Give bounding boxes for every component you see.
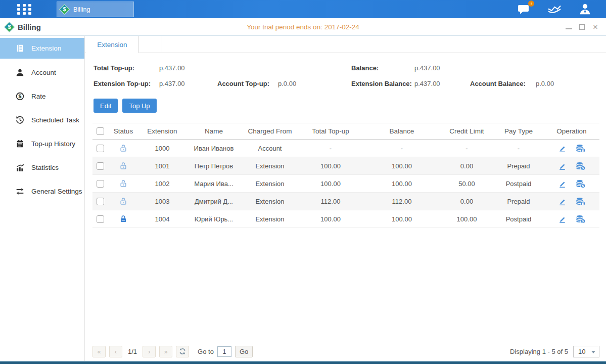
topup-extension-icon[interactable]: $ [575,179,586,189]
credit-limit-cell: 50.00 [440,180,493,188]
pay-type-cell: Prepaid [493,198,544,205]
header-credit-limit: Credit Limit [440,127,493,135]
minimize-button[interactable] [566,25,572,29]
balance-summary: Total Top-up: p.437.00 Balance: p.437.00… [85,53,606,104]
sidebar-item-account[interactable]: Account [0,61,84,84]
prev-page-button[interactable]: ‹ [109,346,122,357]
header-charged-from: Charged From [242,127,298,135]
sidebar-item-label: General Settings [31,188,82,195]
edit-extension-icon[interactable] [557,197,567,206]
balance-label: Balance: [351,64,379,72]
topup-extension-icon[interactable]: $ [575,197,586,206]
topup-extension-icon[interactable]: $ [575,214,586,224]
pay-type-cell: Postpaid [493,180,544,188]
taskbar: $ Billing ! [0,0,606,18]
pay-type-cell: - [493,145,544,152]
row-checkbox[interactable] [97,215,104,223]
account-balance-value: p.0.00 [536,80,554,87]
sidebar-item-scheduled-task[interactable]: Scheduled Task [0,108,84,132]
taskbar-tab-billing[interactable]: $ Billing [57,2,134,17]
billing-app-icon: $ [60,5,69,14]
edit-extension-icon[interactable] [557,144,567,153]
maximize-button[interactable] [579,24,585,30]
account-topup-value: p.0.00 [278,80,296,87]
refresh-button[interactable] [176,346,189,357]
window-title: Billing [18,23,41,31]
total-topup-cell: 100.00 [298,162,363,170]
extension-cell: 1003 [139,198,185,205]
sidebar-item-general-settings[interactable]: General Settings [0,179,84,203]
name-cell: Иван Иванов [185,145,242,152]
sidebar: Extension Account $ Rate Scheduled Task … [0,36,85,361]
sidebar-item-extension[interactable]: Extension [0,38,84,59]
tab-divider [162,36,162,53]
svg-text:$: $ [582,184,584,188]
page-size-select[interactable]: 10 [573,346,599,357]
statistics-icon [15,163,25,172]
first-page-button[interactable]: « [92,346,106,357]
sidebar-item-rate[interactable]: $ Rate [0,84,84,108]
balance-cell: 100.00 [363,215,440,223]
next-page-button[interactable]: › [143,346,156,357]
sidebar-item-label: Statistics [31,164,59,171]
name-cell: Дмитрий Д... [185,198,242,205]
extension-cell: 1004 [139,215,185,223]
header-name: Name [185,127,242,135]
balance-cell: 100.00 [363,162,440,170]
top-up-button[interactable]: Top Up [122,99,156,113]
topup-extension-icon[interactable]: $ [575,161,586,171]
tab-strip: Extension [85,36,606,53]
table-row[interactable]: 1003 Дмитрий Д... Extension 112.00 112.0… [92,193,599,210]
select-all-checkbox[interactable] [97,127,104,135]
sidebar-item-statistics[interactable]: Statistics [0,156,84,179]
row-checkbox[interactable] [97,198,104,205]
svg-text:$: $ [582,166,584,170]
messages-icon[interactable]: ! [517,3,531,15]
sidebar-item-label: Scheduled Task [31,116,79,124]
table-row[interactable]: 1004 Юрий Юрь... Extension 100.00 100.00… [92,210,599,228]
statistics-chart-icon[interactable] [547,3,562,15]
sidebar-item-topup-history[interactable]: Top-up History [0,132,84,156]
last-page-button[interactable]: » [159,346,172,357]
go-button[interactable]: Go [235,346,253,357]
tab-extension[interactable]: Extension [86,36,139,53]
edit-button[interactable]: Edit [94,99,118,113]
page-indicator: 1/1 [128,348,137,355]
sidebar-item-label: Top-up History [31,140,75,148]
extension-cell: 1002 [139,180,185,188]
edit-extension-icon[interactable] [557,179,567,189]
close-button[interactable]: × [592,23,599,30]
pay-type-cell: Prepaid [493,162,544,170]
topup-history-icon [15,139,25,149]
goto-page-input[interactable] [217,346,231,357]
svg-text:$: $ [582,148,584,153]
name-cell: Петр Петров [185,162,242,170]
taskbar-tab-label: Billing [73,6,90,13]
table-row[interactable]: 1000 Иван Иванов Account - - - - $ [92,140,599,157]
name-cell: Юрий Юрь... [185,215,242,223]
row-checkbox[interactable] [97,162,104,170]
table-body: 1000 Иван Иванов Account - - - - $ 1001 … [92,140,599,228]
total-topup-cell: 112.00 [298,198,363,205]
extension-topup-label: Extension Top-up: [94,80,151,87]
status-unlocked-icon [119,197,128,206]
row-checkbox[interactable] [97,180,104,188]
row-checkbox[interactable] [97,145,104,152]
billing-window-icon: $ [5,23,14,31]
header-extension: Extension [139,127,185,135]
chevron-down-icon [591,351,595,353]
table-row[interactable]: 1001 Петр Петров Extension 100.00 100.00… [92,157,599,175]
extension-icon [15,43,25,53]
edit-extension-icon[interactable] [557,161,567,171]
topup-extension-icon[interactable]: $ [575,144,586,153]
extension-topup-value: p.437.00 [159,80,185,87]
user-account-icon[interactable] [578,3,592,16]
table-row[interactable]: 1002 Мария Ива... Extension 100.00 100.0… [92,175,599,193]
status-unlocked-icon [119,161,128,170]
main-content: Extension Total Top-up: p.437.00 Balance… [85,36,606,361]
pagination-bar: « ‹ 1/1 › » Go to Go Displaying 1 - 5 of… [92,345,599,357]
apps-grid-icon[interactable] [17,4,36,15]
edit-extension-icon[interactable] [557,214,567,224]
window-bottom-edge [0,361,606,364]
billing-app-window: $ Billing ! $ Billing Your trial period … [0,0,606,364]
